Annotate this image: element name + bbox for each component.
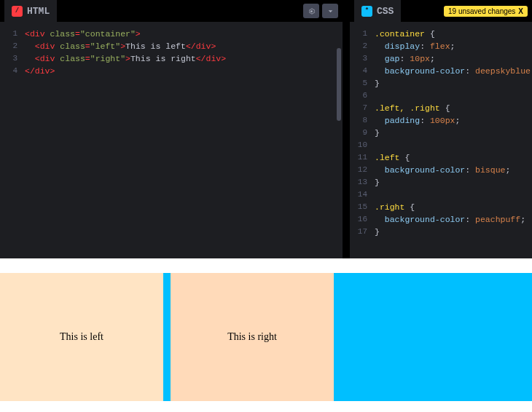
css-header-controls: 19 unsaved changes X [444,6,528,17]
preview-left-text: This is left [60,331,103,343]
gear-icon [308,7,316,15]
settings-button[interactable] [303,4,319,18]
html-scrollbar[interactable] [337,48,341,121]
css-tab-label: CSS [377,6,394,17]
html-icon: / [12,6,23,17]
css-icon: * [361,6,372,17]
dropdown-button[interactable] [322,4,338,18]
css-panel-header: * CSS 19 unsaved changes X [350,0,532,22]
css-gutter: 1234567891011121314151617 [350,22,372,258]
html-gutter: 1 2 3 4 [0,22,22,258]
unsaved-changes-badge[interactable]: 19 unsaved changes X [444,6,528,17]
chevron-down-icon [326,7,335,15]
css-code-area[interactable]: 1234567891011121314151617 .container { d… [350,22,532,258]
html-header-controls [303,4,338,18]
preview-left-box: This is left [0,273,163,401]
html-code-area[interactable]: 1 2 3 4 <div class="container"> <div cla… [0,22,343,258]
preview-pane: This is left This is right [0,258,532,412]
css-tab[interactable]: * CSS [354,0,401,22]
html-editor-panel: / HTML 1 2 3 4 <div class="container"> <… [0,0,343,258]
html-code[interactable]: <div class="container"> <div class="left… [22,22,343,258]
html-tab-label: HTML [27,6,50,17]
editors-row: / HTML 1 2 3 4 <div class="container"> <… [0,0,532,258]
close-icon[interactable]: X [518,7,523,15]
preview-right-box: This is right [171,273,334,401]
preview-container: This is left This is right [0,273,532,401]
css-editor-panel: * CSS 19 unsaved changes X 1234567891011… [350,0,532,258]
preview-right-text: This is right [227,331,277,343]
css-code[interactable]: .container { display: flex; gap: 10px; b… [372,22,532,258]
html-panel-header: / HTML [0,0,343,22]
unsaved-text: 19 unsaved changes [448,7,515,15]
html-tab[interactable]: / HTML [4,0,57,22]
